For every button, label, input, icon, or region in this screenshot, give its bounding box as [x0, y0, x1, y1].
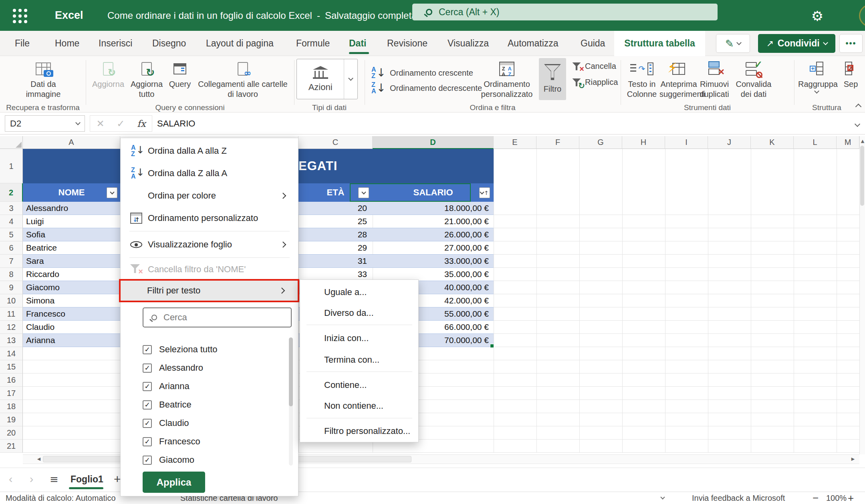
aggiorna-button[interactable]: ↻ Aggiorna — [89, 58, 127, 89]
cell-D6[interactable]: 27.000,00 € — [373, 241, 489, 254]
menu-item-sort-by-color[interactable]: Ordina per colore — [121, 185, 298, 207]
ordinamento-crescente-button[interactable]: AZ↓ Ordinamento crescente — [371, 66, 473, 80]
row-header-6[interactable]: 6 — [0, 241, 23, 255]
zoom-in-button[interactable]: + — [848, 492, 854, 504]
expand-formula-bar-icon[interactable] — [855, 121, 860, 127]
tab-disegno[interactable]: Disegno — [152, 31, 186, 56]
document-title[interactable]: Come ordinare i dati in un foglio di cal… — [107, 0, 434, 31]
tab-formule[interactable]: Formule — [296, 31, 330, 56]
cell-D4[interactable]: 21.000,00 € — [373, 215, 489, 228]
submenu-item-uguale-a[interactable]: Uguale a... — [300, 282, 418, 303]
scroll-up-icon[interactable]: ▲ — [860, 139, 865, 144]
convalida-dati-button[interactable]: ✓ Convalida dei dati — [732, 58, 776, 99]
cell-D7[interactable]: 33.000,00 € — [373, 255, 489, 267]
submenu-item-filtro-personalizzato[interactable]: Filtro personalizzato... — [300, 421, 418, 442]
tab-revisione[interactable]: Revisione — [387, 31, 427, 56]
scroll-left-icon[interactable]: ◀ — [35, 456, 43, 463]
menu-item-sort-az[interactable]: AZ↓ Ordina dalla A alla Z — [121, 140, 298, 162]
filter-search-input[interactable]: Cerca — [143, 307, 292, 327]
scroll-right-icon[interactable]: ▶ — [849, 456, 857, 463]
submenu-item-diverso-da[interactable]: Diverso da... — [300, 303, 418, 323]
vertical-scroll-thumb[interactable] — [860, 146, 864, 206]
column-header-J[interactable]: J — [708, 136, 751, 149]
checkbox-francesco[interactable]: Francesco — [143, 434, 200, 450]
row-header-11[interactable]: 11 — [0, 307, 23, 321]
row-header-14[interactable]: 14 — [0, 347, 23, 360]
row-header-20[interactable]: 20 — [0, 426, 23, 440]
insert-function-button[interactable]: fx — [137, 118, 145, 129]
menu-item-sheet-view[interactable]: Visualizzazione foglio — [121, 233, 298, 256]
cell-A12[interactable]: Claudio — [26, 321, 119, 333]
menu-item-custom-sort[interactable]: ↓↑ Ordinamento personalizzato — [121, 207, 298, 229]
tab-file[interactable]: File — [15, 31, 30, 56]
azioni-chevron[interactable] — [344, 59, 357, 99]
azioni-dropdown[interactable]: Azioni — [296, 59, 358, 99]
tab-inserisci[interactable]: Inserisci — [99, 31, 132, 56]
gear-icon[interactable]: ⚙ — [809, 7, 826, 25]
column-header-K[interactable]: K — [751, 136, 794, 149]
cell-D8[interactable]: 35.000,00 € — [373, 268, 489, 281]
checkbox-select-all[interactable]: Seleziona tutto — [143, 341, 218, 357]
column-header-M[interactable]: M — [837, 136, 859, 149]
cell-C4[interactable]: 25 — [298, 215, 367, 228]
row-header-19[interactable]: 19 — [0, 413, 23, 426]
column-header-H[interactable]: H — [622, 136, 665, 149]
filtro-button[interactable]: Filtro — [539, 58, 566, 100]
row-header-9[interactable]: 9 — [0, 281, 23, 294]
cell-C7[interactable]: 31 — [298, 255, 367, 267]
tab-automatizza[interactable]: Automatizza — [508, 31, 559, 56]
ordinamento-decrescente-button[interactable]: ZA↓ Ordinamento decrescente — [371, 81, 482, 95]
search-input[interactable]: Cerca (Alt + X) — [412, 4, 718, 20]
row-header-17[interactable]: 17 — [0, 387, 23, 400]
menu-item-text-filters[interactable]: Filtri per testo — [119, 279, 299, 302]
cancel-entry-button[interactable]: ✕ — [96, 118, 104, 129]
header-cell-nome[interactable]: NOME — [23, 183, 120, 202]
cell-A4[interactable]: Luigi — [26, 215, 119, 228]
name-box[interactable]: D2 — [5, 115, 85, 132]
row-header-2[interactable]: 2 — [0, 183, 23, 202]
cell-A11[interactable]: Francesco — [26, 307, 119, 320]
row-header-16[interactable]: 16 — [0, 373, 23, 387]
next-sheet-icon[interactable]: › — [30, 468, 33, 490]
app-launcher-icon[interactable] — [12, 8, 28, 24]
row-header-13[interactable]: 13 — [0, 334, 23, 347]
status-expand-icon[interactable] — [661, 492, 664, 504]
share-button[interactable]: ↗ Condividi — [758, 34, 835, 53]
separa-button[interactable]: Sep — [837, 58, 865, 89]
fill-handle[interactable] — [490, 344, 494, 348]
row-header-8[interactable]: 8 — [0, 268, 23, 281]
app-name[interactable]: Excel — [55, 0, 83, 31]
avatar[interactable] — [859, 4, 865, 27]
row-header-15[interactable]: 15 — [0, 360, 23, 373]
cell-A8[interactable]: Riccardo — [26, 268, 119, 281]
zoom-level[interactable]: 100% — [826, 492, 847, 504]
cell-A6[interactable]: Beatrice — [26, 241, 119, 254]
raggruppa-button[interactable]: + Raggruppa — [798, 58, 835, 93]
rimuovi-duplicati-button[interactable]: × Rimuovi duplicati — [696, 58, 733, 99]
column-header-L[interactable]: L — [794, 136, 837, 149]
query-button[interactable]: Query — [166, 58, 194, 89]
cell-C3[interactable]: 20 — [298, 202, 367, 215]
tab-struttura-tabella[interactable]: Struttura tabella — [614, 31, 705, 56]
column-header-I[interactable]: I — [665, 136, 708, 149]
formula-input[interactable]: SALARIO — [157, 115, 195, 132]
cell-D3[interactable]: 18.000,00 € — [373, 202, 489, 215]
select-all-corner[interactable] — [0, 136, 23, 149]
cell-C5[interactable]: 28 — [298, 228, 367, 241]
more-commands-button[interactable]: ••• — [839, 34, 863, 53]
cell-A9[interactable]: Giacomo — [26, 281, 119, 294]
calc-mode-status[interactable]: Modalità di calcolo: Automatico — [6, 492, 116, 504]
sheet-list-icon[interactable]: ≡ — [50, 468, 58, 490]
row-header-1[interactable]: 1 — [0, 149, 23, 183]
menu-item-clear-filter[interactable]: × Cancella filtro da 'NOME' — [121, 258, 298, 281]
cell-C6[interactable]: 29 — [298, 241, 367, 254]
filter-button-eta[interactable] — [358, 187, 369, 198]
cell-D5[interactable]: 26.000,00 € — [373, 228, 489, 241]
collegamenti-button[interactable]: ∞ Collegamenti alle cartelle di lavoro — [194, 58, 292, 99]
checkbox-alessandro[interactable]: Alessandro — [143, 360, 203, 376]
zoom-out-button[interactable]: − — [813, 492, 819, 504]
row-header-12[interactable]: 12 — [0, 321, 23, 334]
testo-in-colonne-button[interactable]: ↷ Testo in Colonne — [622, 58, 662, 99]
ordinamento-personalizzato-button[interactable]: ZAAZ Ordinamento personalizzato — [481, 58, 533, 99]
add-sheet-button[interactable]: + — [114, 468, 121, 490]
